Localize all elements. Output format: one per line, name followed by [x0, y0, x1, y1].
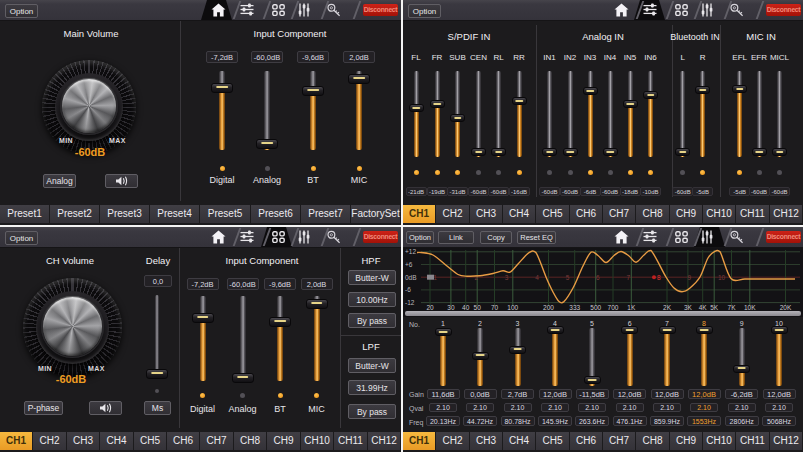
svg-text:+6: +6 — [405, 261, 413, 268]
svg-text:10: 10 — [718, 274, 726, 281]
svg-text:500: 500 — [590, 304, 601, 311]
svg-text:4K: 4K — [699, 304, 708, 311]
svg-text:3: 3 — [505, 274, 509, 281]
svg-text:4: 4 — [535, 274, 539, 281]
svg-text:30: 30 — [447, 304, 455, 311]
svg-text:7K: 7K — [728, 304, 737, 311]
svg-text:7: 7 — [627, 274, 631, 281]
svg-text:0dB: 0dB — [405, 274, 417, 281]
svg-text:20: 20 — [426, 304, 434, 311]
svg-text:70: 70 — [491, 304, 499, 311]
svg-text:1K: 1K — [627, 304, 636, 311]
svg-text:40: 40 — [462, 304, 470, 311]
svg-text:+12: +12 — [405, 248, 416, 255]
svg-text:20K: 20K — [780, 304, 792, 311]
svg-text:2K: 2K — [663, 304, 672, 311]
svg-text:700: 700 — [608, 304, 619, 311]
svg-text:3K: 3K — [684, 304, 693, 311]
svg-text:5: 5 — [566, 274, 570, 281]
svg-text:8: 8 — [657, 274, 661, 281]
svg-text:-6: -6 — [405, 286, 411, 293]
svg-text:100: 100 — [507, 304, 518, 311]
svg-text:2: 2 — [474, 274, 478, 281]
svg-text:10K: 10K — [744, 304, 756, 311]
svg-text:200: 200 — [543, 304, 554, 311]
svg-text:5K: 5K — [710, 304, 719, 311]
svg-text:50: 50 — [474, 304, 482, 311]
svg-text:-12: -12 — [405, 299, 415, 306]
svg-text:6: 6 — [596, 274, 600, 281]
svg-text:9: 9 — [687, 274, 691, 281]
svg-text:333: 333 — [569, 304, 580, 311]
